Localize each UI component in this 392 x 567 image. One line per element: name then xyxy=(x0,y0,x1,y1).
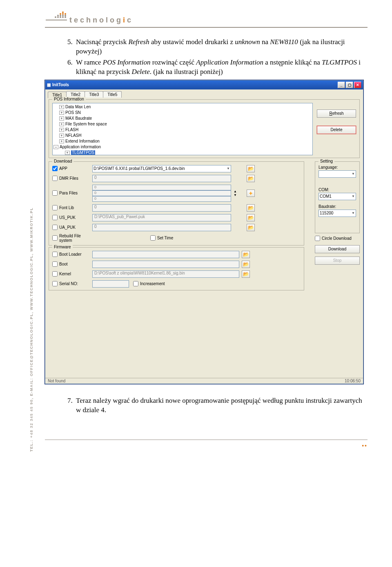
browse-dmr-icon[interactable]: 📂 xyxy=(247,175,255,182)
group-download: Download APP D:\POS\MT 6.XX\1 proba\TLGM… xyxy=(49,161,304,246)
contact-side-strip: TEL.: +48 32 345 45 90, E-MAIL: OFFICE@T… xyxy=(29,61,37,452)
browse-boot-icon[interactable]: 📂 xyxy=(242,261,250,268)
instruction-6: W ramce POS Information rozwinąć część A… xyxy=(74,58,368,77)
chk-font[interactable]: Font Lib xyxy=(52,205,90,210)
add-para-icon[interactable]: + xyxy=(247,190,255,197)
svg-point-8 xyxy=(55,16,56,18)
svg-point-12 xyxy=(65,16,66,18)
page-footer: •• xyxy=(45,440,368,452)
svg-point-0 xyxy=(62,11,64,13)
titlebar: ▦ InitTools _ ▢ ✕ xyxy=(45,80,363,89)
chk-bootloader[interactable]: Boot Loader xyxy=(52,252,90,257)
instruction-5: Nacisnąć przycisk Refresh aby ustawić mo… xyxy=(74,38,368,56)
group-firmware: Firmware Boot Loader 📂 Boot 📂 Kernel D:\… xyxy=(49,247,304,290)
chk-boot[interactable]: Boot xyxy=(52,261,90,267)
browse-bootloader-icon[interactable]: 📂 xyxy=(242,251,250,258)
svg-point-10 xyxy=(60,16,61,18)
stop-button[interactable]: Stop xyxy=(315,257,360,265)
uspuk-field: D:\POS\AS_pub_Pawel.puk xyxy=(92,214,231,221)
para-field: 0 0 0 xyxy=(92,185,231,202)
baudrate-combo[interactable]: 115200▼ xyxy=(318,210,356,217)
download-button[interactable]: Download xyxy=(315,245,360,253)
footer-dots-icon: •• xyxy=(362,442,368,449)
dmr-field: 0 xyxy=(92,175,231,182)
label-language: Language: xyxy=(318,165,356,170)
group-setting: Setting Language: ▼ COM: COM1▼ Baudrate:… xyxy=(315,161,360,233)
svg-point-11 xyxy=(62,16,64,18)
close-button[interactable]: ✕ xyxy=(354,82,361,88)
com-combo[interactable]: COM1▼ xyxy=(318,193,356,200)
svg-point-4 xyxy=(57,15,59,16)
font-field: 0 xyxy=(92,204,231,212)
browse-font-icon[interactable]: 📂 xyxy=(247,204,255,212)
svg-point-3 xyxy=(65,13,66,15)
uapuk-field: 0 xyxy=(92,224,231,231)
app-window: ▦ InitTools _ ▢ ✕ Title1 Title2 Title3 T… xyxy=(45,80,363,384)
tab-bar: Title1 Title2 Title3 Title5 xyxy=(45,89,363,98)
tab-title5[interactable]: Title5 xyxy=(103,91,122,98)
delete-button[interactable]: Delete xyxy=(317,126,356,134)
app-icon: ▦ xyxy=(47,83,51,87)
group-firmware-legend: Firmware xyxy=(52,245,73,249)
status-clock: 10:06:50 xyxy=(345,379,361,383)
group-download-legend: Download xyxy=(52,159,74,163)
browse-kernel-icon[interactable]: 📂 xyxy=(242,270,250,278)
chk-uspuk[interactable]: US_PUK xyxy=(52,215,90,220)
label-baudrate: Baudrate: xyxy=(318,204,356,209)
svg-point-5 xyxy=(60,15,61,16)
chk-uapuk[interactable]: UA_PUK xyxy=(52,225,90,230)
boot-field xyxy=(92,261,239,268)
status-bar: Not found 10:06:50 xyxy=(45,378,363,384)
refresh-button[interactable]: Refresh xyxy=(317,109,356,118)
browse-uspuk-icon[interactable]: 📂 xyxy=(247,214,255,221)
pos-info-tree[interactable]: +Data Max Len +POS SN +MAX Baudrate +Fil… xyxy=(52,103,313,155)
kernel-field: D:\POS\soft z olimpia\WW8110Kernel1.86_s… xyxy=(92,270,239,278)
chk-app[interactable]: APP xyxy=(52,166,90,171)
group-setting-legend: Setting xyxy=(318,159,334,163)
chk-serial[interactable]: Serial NO: xyxy=(52,281,90,286)
chk-dmr[interactable]: DMR Files xyxy=(52,176,90,181)
serial-field xyxy=(92,280,129,288)
chk-para[interactable]: Para Files xyxy=(52,190,90,196)
bootloader-field xyxy=(92,251,239,258)
chk-rebuild[interactable]: Rebuild File system xyxy=(52,234,90,243)
svg-point-2 xyxy=(62,13,64,15)
status-left: Not found xyxy=(48,379,65,383)
tab-title3[interactable]: Title3 xyxy=(85,91,103,98)
svg-point-9 xyxy=(57,16,59,18)
group-pos-legend: POS Information xyxy=(52,97,86,101)
tree-selected-tlgmtpos[interactable]: TLGMTPOS xyxy=(71,150,95,155)
browse-app-icon[interactable]: 📂 xyxy=(247,165,255,172)
logo-text: technologic xyxy=(69,16,133,25)
browse-uapuk-icon[interactable]: 📂 xyxy=(247,224,255,231)
language-combo[interactable]: ▼ xyxy=(318,170,356,178)
instruction-7: Teraz należy wgrać do drukarki nowe opro… xyxy=(74,396,368,415)
svg-point-1 xyxy=(60,13,61,15)
label-com: COM: xyxy=(318,188,356,192)
window-title: InitTools xyxy=(51,83,337,87)
chk-increasement[interactable]: Increasement xyxy=(133,281,165,286)
chk-circle-download[interactable]: Circle Download xyxy=(315,236,360,241)
svg-point-6 xyxy=(62,15,64,16)
app-path-combo[interactable]: D:\POS\MT 6.XX\1 proba\TLGMTPOS_1.6.dev.… xyxy=(92,165,231,172)
maximize-button[interactable]: ▢ xyxy=(346,82,353,88)
svg-rect-13 xyxy=(46,20,67,20)
chk-kernel[interactable]: Kernel xyxy=(52,271,90,277)
minimize-button[interactable]: _ xyxy=(338,82,345,88)
logo: technologic xyxy=(45,10,368,25)
chk-settime[interactable]: Set Time xyxy=(92,235,231,241)
logo-dots-icon xyxy=(45,10,68,25)
svg-point-7 xyxy=(65,15,66,16)
group-pos-information: POS Information +Data Max Len +POS SN +M… xyxy=(49,99,360,158)
header-rule xyxy=(45,27,368,28)
